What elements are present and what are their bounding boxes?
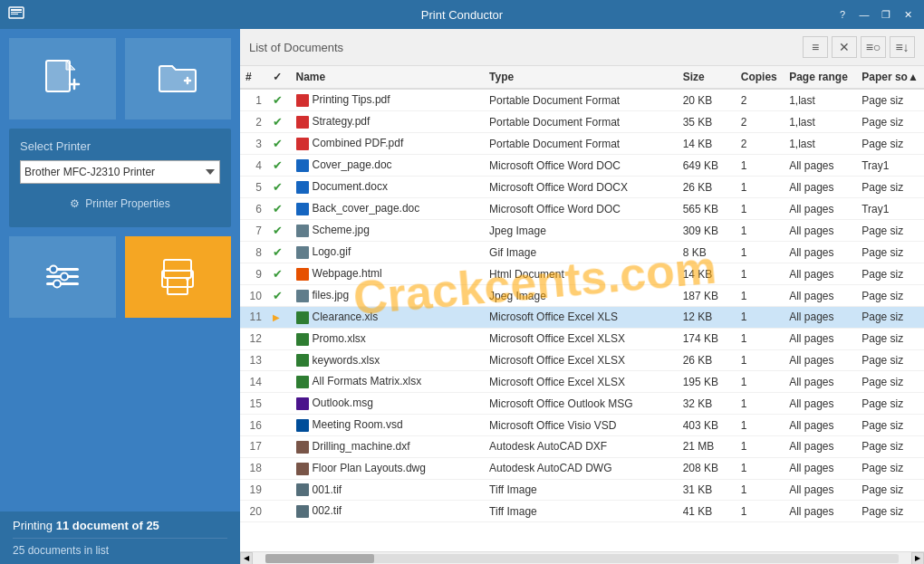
scroll-right-arrow[interactable]: ▶ xyxy=(911,552,924,565)
check-icon: ✔ xyxy=(273,245,283,259)
cell-papersrc: Page siz xyxy=(856,479,924,501)
table-row[interactable]: 19 001.tif Tiff Image 31 KB 1 All pages … xyxy=(240,479,924,501)
horizontal-scrollbar[interactable]: ◀ ▶ xyxy=(240,551,924,564)
svg-point-14 xyxy=(186,277,189,281)
cell-size: 309 KB xyxy=(678,220,736,242)
cell-size: 187 KB xyxy=(678,285,736,307)
cell-type: Microsoft Office Excel XLSX xyxy=(484,328,678,349)
cell-pagerange: 1,last xyxy=(784,133,856,155)
cell-size: 31 KB xyxy=(678,479,736,501)
cell-num: 9 xyxy=(240,263,267,285)
restore-button[interactable]: ❐ xyxy=(877,5,895,24)
printer-properties-button[interactable]: ⚙ Printer Properties xyxy=(20,191,220,216)
table-row[interactable]: 9 ✔ Webpage.html Html Document 14 KB 1 A… xyxy=(240,263,924,285)
table-row[interactable]: 4 ✔ Cover_page.doc Microsoft Office Word… xyxy=(240,155,924,177)
table-row[interactable]: 17 Drilling_machine.dxf Autodesk AutoCAD… xyxy=(240,435,924,457)
cell-num: 1 xyxy=(240,89,267,111)
table-row[interactable]: 14 All Formats Matrix.xlsx Microsoft Off… xyxy=(240,371,924,393)
printer-section: Select Printer Brother MFC-J2310 Printer… xyxy=(9,129,231,227)
toolbar-btn-3[interactable]: ≡○ xyxy=(861,36,886,58)
cell-pagerange: All pages xyxy=(784,393,856,415)
print-button[interactable] xyxy=(125,236,232,318)
cell-pagerange: All pages xyxy=(784,435,856,457)
cell-num: 16 xyxy=(240,415,267,436)
cell-type: Jpeg Image xyxy=(484,220,678,242)
table-row[interactable]: 11 ▶ Clearance.xls Microsoft Office Exce… xyxy=(240,307,924,329)
cell-type: Microsoft Office Excel XLSX xyxy=(484,371,678,393)
table-row[interactable]: 20 002.tif Tiff Image 41 KB 1 All pages … xyxy=(240,501,924,522)
cell-name: Back_cover_page.doc xyxy=(291,198,485,220)
cell-papersrc: Page siz xyxy=(856,371,924,393)
toolbar-btn-1[interactable]: ≡ xyxy=(803,36,828,58)
play-icon: ▶ xyxy=(273,312,280,322)
cell-name: Scheme.jpg xyxy=(291,220,485,242)
table-row[interactable]: 7 ✔ Scheme.jpg Jpeg Image 309 KB 1 All p… xyxy=(240,220,924,242)
table-row[interactable]: 12 Promo.xlsx Microsoft Office Excel XLS… xyxy=(240,328,924,349)
cell-copies: 1 xyxy=(736,349,784,371)
cell-papersrc: Page siz xyxy=(856,263,924,285)
cell-pagerange: All pages xyxy=(784,479,856,501)
table-row[interactable]: 8 ✔ Logo.gif Gif Image 8 KB 1 All pages … xyxy=(240,242,924,263)
cell-papersrc: Page siz xyxy=(856,220,924,242)
table-row[interactable]: 6 ✔ Back_cover_page.doc Microsoft Office… xyxy=(240,198,924,220)
cell-name: Meeting Room.vsd xyxy=(291,415,485,436)
cell-name: 002.tif xyxy=(291,501,485,522)
cell-type: Html Document xyxy=(484,263,678,285)
cell-pagerange: All pages xyxy=(784,242,856,263)
file-type-icon xyxy=(296,419,309,432)
file-type-icon xyxy=(296,246,309,259)
check-icon: ✔ xyxy=(273,289,283,302)
file-type-icon xyxy=(296,376,309,388)
col-name: Name xyxy=(291,66,485,89)
toolbar-btn-4[interactable]: ≡↓ xyxy=(890,36,915,58)
document-list[interactable]: # ✓ Name Type Size Copies Page range Pap… xyxy=(240,66,924,551)
table-row[interactable]: 13 keywords.xlsx Microsoft Office Excel … xyxy=(240,349,924,371)
cell-copies: 1 xyxy=(736,415,784,436)
scroll-thumb[interactable] xyxy=(265,554,374,563)
col-check: ✓ xyxy=(267,66,291,89)
cell-papersrc: Page siz xyxy=(856,328,924,349)
file-type-icon xyxy=(296,94,309,107)
cell-papersrc: Tray1 xyxy=(856,198,924,220)
add-folder-button[interactable] xyxy=(125,38,232,119)
cell-pagerange: All pages xyxy=(784,263,856,285)
cell-type: Microsoft Office Excel XLSX xyxy=(484,349,678,371)
cell-status xyxy=(267,435,291,457)
table-row[interactable]: 1 ✔ Printing Tips.pdf Portable Document … xyxy=(240,89,924,111)
cell-status: ✔ xyxy=(267,89,291,111)
cell-pagerange: 1,last xyxy=(784,89,856,111)
cell-pagerange: All pages xyxy=(784,501,856,522)
help-button[interactable]: ? xyxy=(833,5,852,24)
table-row[interactable]: 3 ✔ Combined PDF.pdf Portable Document F… xyxy=(240,133,924,155)
minimize-button[interactable]: — xyxy=(855,5,873,24)
cell-num: 14 xyxy=(240,371,267,393)
add-files-button[interactable] xyxy=(9,38,116,119)
cell-copies: 1 xyxy=(736,435,784,457)
cell-copies: 1 xyxy=(736,393,784,415)
cell-pagerange: All pages xyxy=(784,220,856,242)
file-type-icon xyxy=(296,483,309,496)
table-row[interactable]: 5 ✔ Document.docx Microsoft Office Word … xyxy=(240,177,924,198)
table-row[interactable]: 2 ✔ Strategy.pdf Portable Document Forma… xyxy=(240,111,924,133)
cell-name: Webpage.html xyxy=(291,263,485,285)
cell-copies: 1 xyxy=(736,220,784,242)
cell-status: ✔ xyxy=(267,111,291,133)
printer-dropdown[interactable]: Brother MFC-J2310 Printer Microsoft Prin… xyxy=(20,160,220,184)
table-row[interactable]: 18 Floor Plan Layouts.dwg Autodesk AutoC… xyxy=(240,457,924,479)
cell-size: 41 KB xyxy=(678,501,736,522)
svg-point-10 xyxy=(53,281,61,288)
cell-papersrc: Page siz xyxy=(856,435,924,457)
close-button[interactable]: ✕ xyxy=(899,5,917,24)
table-row[interactable]: 16 Meeting Room.vsd Microsoft Office Vis… xyxy=(240,415,924,436)
scroll-left-arrow[interactable]: ◀ xyxy=(240,552,253,565)
settings-button[interactable] xyxy=(9,236,116,318)
check-icon: ✔ xyxy=(273,267,283,281)
cell-copies: 1 xyxy=(736,457,784,479)
cell-num: 8 xyxy=(240,242,267,263)
list-header: List of Documents ≡ ✕ ≡○ ≡↓ xyxy=(240,29,924,66)
cell-pagerange: All pages xyxy=(784,285,856,307)
toolbar-btn-clear[interactable]: ✕ xyxy=(832,36,857,58)
table-row[interactable]: 10 ✔ files.jpg Jpeg Image 187 KB 1 All p… xyxy=(240,285,924,307)
table-row[interactable]: 15 Outlook.msg Microsoft Office Outlook … xyxy=(240,393,924,415)
scroll-track xyxy=(265,554,899,563)
